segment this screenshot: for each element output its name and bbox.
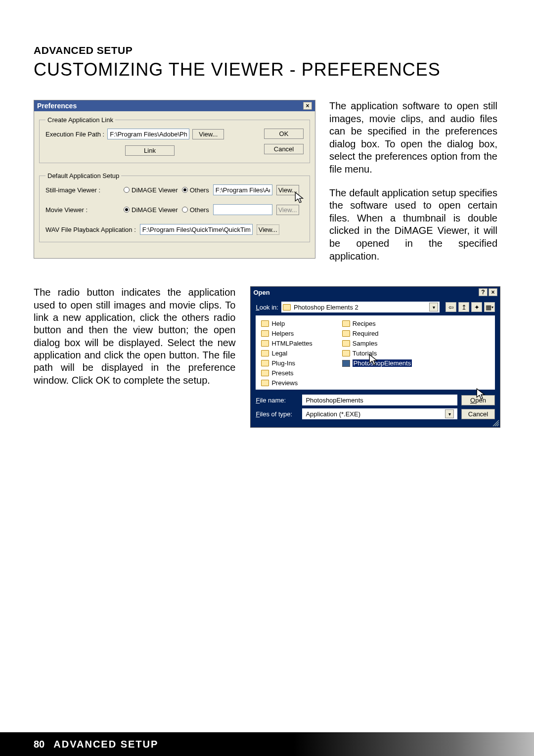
close-icon[interactable]: × (489, 288, 497, 296)
page-number: 80 (34, 739, 44, 750)
list-item[interactable]: Help (261, 320, 312, 327)
filetype-combo[interactable]: Application (*.EXE) ▾ (302, 408, 457, 419)
movie-viewer-label: Movie Viewer : (45, 206, 120, 214)
filetype-label: Files of type: (256, 410, 298, 418)
chevron-down-icon[interactable]: ▾ (429, 303, 438, 311)
up-folder-icon[interactable]: ↥ (458, 302, 469, 312)
list-item[interactable]: Required (342, 330, 412, 337)
close-icon[interactable]: × (303, 102, 312, 110)
page-title: CUSTOMIZING THE VIEWER - PREFERENCES (34, 59, 500, 80)
lookin-value: Photoshop Elements 2 (294, 304, 426, 311)
footer-bar: 80 ADVANCED SETUP (0, 732, 534, 756)
movie-others-radio[interactable]: Others (182, 206, 209, 214)
chevron-down-icon[interactable]: ▾ (445, 409, 454, 418)
paragraph-1: The application software to open still i… (329, 100, 497, 176)
still-view-button[interactable]: View... (276, 185, 299, 195)
list-item[interactable]: Tutorials (342, 350, 412, 357)
radio-dimage-label-2: DiMAGE Viewer (132, 206, 178, 214)
list-item[interactable]: Presets (261, 369, 312, 377)
list-item[interactable]: Previews (261, 379, 312, 387)
right-column-text: The application software to open still i… (329, 100, 497, 263)
radio-dimage-label: DiMAGE Viewer (132, 186, 178, 194)
help-icon[interactable]: ? (479, 288, 488, 296)
open-titlebar: Open ? × (251, 287, 500, 298)
movie-view-button: View... (276, 205, 299, 215)
list-item[interactable]: Recipes (342, 320, 412, 327)
ok-button[interactable]: OK (264, 129, 304, 139)
radio-others-label: Others (190, 186, 209, 194)
open-title: Open (253, 289, 269, 296)
open-dialog: Open ? × Look in: Photoshop Elements 2 ▾… (250, 286, 500, 428)
preferences-title: Preferences (37, 102, 77, 110)
radio-others-label-2: Others (190, 206, 209, 214)
folder-icon (342, 350, 350, 356)
list-item[interactable]: Plug-Ins (261, 359, 312, 367)
lookin-label: Look in: (256, 304, 278, 311)
preferences-titlebar: Preferences × (34, 100, 315, 111)
list-item-selected[interactable]: PhotoshopElements (342, 359, 412, 367)
folder-icon (261, 340, 269, 347)
wav-label: WAV File Playback Application : (45, 226, 136, 233)
wav-view-button[interactable]: View... (257, 224, 279, 235)
exec-view-button[interactable]: View... (192, 129, 224, 139)
movie-dimage-radio[interactable]: DiMAGE Viewer (124, 206, 178, 214)
exec-path-input[interactable] (107, 129, 189, 139)
list-item[interactable]: HTMLPalettes (261, 340, 312, 347)
exe-icon (342, 360, 350, 367)
still-others-radio[interactable]: Others (182, 186, 209, 194)
resize-grip-icon[interactable] (492, 419, 499, 426)
filename-input[interactable]: PhotoshopElements (302, 395, 457, 405)
paragraph-2: The default application setup specifies … (329, 187, 497, 263)
folder-icon (261, 350, 269, 356)
movie-others-input (213, 204, 272, 215)
folder-icon (261, 330, 269, 337)
wav-path-input[interactable] (140, 224, 253, 235)
lookin-combo[interactable]: Photoshop Elements 2 ▾ (281, 302, 440, 312)
view-menu-icon[interactable]: ▦▾ (484, 302, 495, 312)
folder-icon (261, 370, 269, 376)
exec-path-label: Execution File Path : (45, 131, 104, 138)
folder-icon (342, 320, 350, 327)
back-icon[interactable]: ⇦ (445, 302, 456, 312)
link-button[interactable]: Link (125, 145, 175, 156)
section-label: ADVANCED SETUP (34, 44, 500, 56)
folder-icon (261, 360, 269, 366)
default-setup-legend: Default Application Setup (45, 172, 121, 179)
folder-icon (261, 320, 269, 327)
new-folder-icon[interactable]: ✦ (471, 302, 482, 312)
still-dimage-radio[interactable]: DiMAGE Viewer (124, 186, 178, 194)
folder-icon (342, 340, 350, 347)
list-item[interactable]: Samples (342, 340, 412, 347)
create-application-link-group: Create Application Link Execution File P… (39, 116, 310, 163)
file-list[interactable]: HelpHelpersHTMLPalettesLegalPlug-InsPres… (256, 315, 495, 390)
folder-icon (342, 330, 350, 337)
left-paragraph: The radio button indicates the applicati… (34, 286, 235, 387)
list-item[interactable]: Legal (261, 350, 312, 357)
cancel-button[interactable]: Cancel (264, 144, 304, 154)
still-image-label: Still-image Viewer : (45, 186, 120, 194)
default-application-setup-group: Default Application Setup Still-image Vi… (39, 172, 310, 242)
footer-section: ADVANCED SETUP (53, 739, 158, 750)
folder-icon (261, 380, 269, 386)
list-item[interactable]: Helpers (261, 330, 312, 337)
still-others-input[interactable] (213, 184, 272, 195)
filename-label: File name: (256, 397, 298, 404)
open-cancel-button[interactable]: Cancel (461, 409, 495, 419)
create-link-legend: Create Application Link (45, 116, 115, 124)
open-button[interactable]: Open (461, 395, 495, 405)
preferences-dialog: Preferences × Create Application Link Ex… (34, 100, 315, 259)
folder-icon (283, 304, 291, 311)
